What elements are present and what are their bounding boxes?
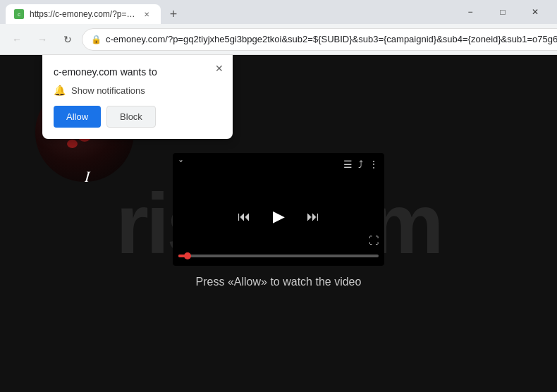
browser-tab[interactable]: c https://c-emoney.com/?p=gq2ti... ✕ (6, 4, 161, 24)
video-top-controls: ˅ ☰ ⤴ ⋮ (178, 159, 379, 170)
video-area: ˅ ☰ ⤴ ⋮ ⏮ ▶ ⏭ ⛶ (173, 153, 384, 266)
fullscreen-button[interactable]: ⛶ (369, 235, 379, 246)
next-button[interactable]: ⏭ (307, 209, 319, 224)
video-caption: Press «Allow» to watch the video (196, 266, 362, 294)
tab-title: https://c-emoney.com/?p=gq2ti... (30, 9, 135, 19)
bell-icon: 🔔 (54, 85, 66, 96)
url-bar[interactable]: 🔒 c-emoney.com/?p=gq2tiyjxhe5gi3bpge2tko… (82, 28, 557, 51)
popup-buttons: Allow Block (54, 106, 221, 128)
window-controls: − □ ✕ (454, 0, 551, 24)
playback-controls: ⏮ ▶ ⏭ (238, 202, 319, 231)
previous-button[interactable]: ⏮ (238, 209, 250, 224)
permission-label: Show notifications (71, 85, 145, 96)
globe-spot (67, 140, 78, 148)
title-bar: c https://c-emoney.com/?p=gq2ti... ✕ + −… (0, 0, 557, 24)
progress-fill (178, 255, 188, 257)
more-options-icon[interactable]: ⋮ (369, 159, 379, 170)
cursor-icon: 𝐼 (85, 168, 90, 186)
close-button[interactable]: ✕ (519, 0, 551, 24)
chevron-down-icon[interactable]: ˅ (178, 159, 183, 170)
permission-popup: ✕ c-emoney.com wants to 🔔 Show notificat… (42, 55, 233, 139)
tab-close-icon[interactable]: ✕ (141, 8, 152, 20)
progress-indicator (184, 252, 191, 259)
tab-favicon: c (14, 9, 24, 19)
minimize-button[interactable]: − (454, 0, 486, 24)
maximize-button[interactable]: □ (486, 0, 519, 24)
secure-icon: 🔒 (91, 35, 102, 44)
share-icon[interactable]: ⤴ (358, 159, 363, 170)
refresh-button[interactable]: ↻ (56, 28, 79, 51)
back-button[interactable]: ← (6, 28, 28, 51)
popup-close-button[interactable]: ✕ (213, 62, 226, 75)
play-button[interactable]: ▶ (264, 202, 293, 231)
forward-button[interactable]: → (31, 28, 54, 51)
new-tab-button[interactable]: + (164, 4, 183, 24)
address-bar: ← → ↻ 🔒 c-emoney.com/?p=gq2tiyjxhe5gi3bp… (0, 24, 557, 55)
progress-bar[interactable] (178, 255, 379, 257)
popup-title: c-emoney.com wants to (54, 66, 221, 78)
allow-button[interactable]: Allow (54, 106, 101, 128)
block-button[interactable]: Block (106, 106, 156, 128)
url-text: c-emoney.com/?p=gq2tiyjxhe5gi3bpge2tkoi&… (106, 34, 557, 44)
permission-row: 🔔 Show notifications (54, 85, 221, 96)
tab-strip: c https://c-emoney.com/?p=gq2ti... ✕ + (6, 0, 446, 24)
browser-window: c https://c-emoney.com/?p=gq2ti... ✕ + −… (0, 0, 557, 392)
video-player: ˅ ☰ ⤴ ⋮ ⏮ ▶ ⏭ ⛶ (173, 153, 384, 266)
queue-icon[interactable]: ☰ (343, 159, 353, 170)
page-content: risk.com 𝐼 ˅ ☰ ⤴ ⋮ ⏮ ▶ (0, 55, 557, 392)
